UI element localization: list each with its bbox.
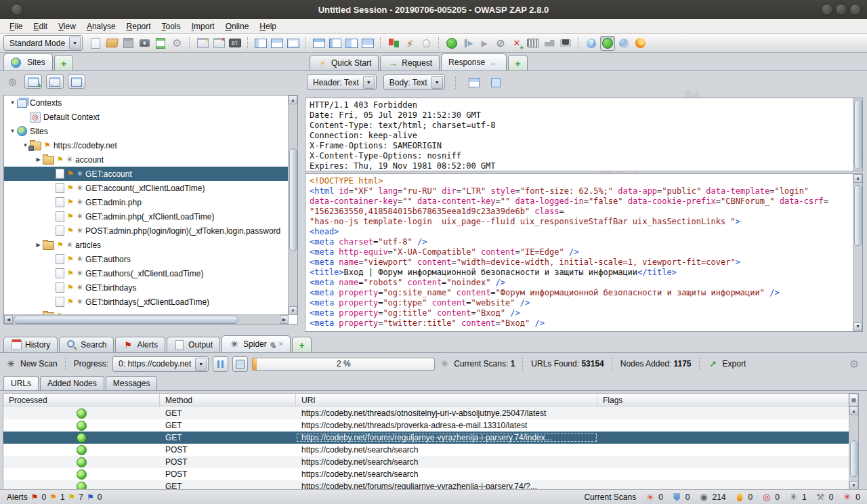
tab-alerts[interactable]: Alerts <box>115 337 165 352</box>
table-row[interactable]: POSThttps://codeby.net/search/search <box>3 456 849 468</box>
show-tabs-left-button[interactable] <box>328 36 343 51</box>
menu-file[interactable]: File <box>4 20 28 33</box>
add-bottom-tab-button[interactable]: + <box>292 337 312 352</box>
table-row[interactable]: GEThttps://codeby.net/forums/reguljarnye… <box>3 432 849 444</box>
new-scan-button[interactable]: New Scan <box>20 359 58 369</box>
tree-node[interactable]: POST:admin.php(login/login)(_xfToken,log… <box>4 224 289 238</box>
requester-button[interactable] <box>542 36 557 51</box>
cassette-button[interactable] <box>558 36 573 51</box>
alert-flag-blue-icon[interactable]: ⚑ <box>87 492 94 502</box>
tree-node[interactable]: ▶account <box>4 152 289 167</box>
tab-quick-start[interactable]: Quick Start <box>310 55 379 70</box>
step-button[interactable] <box>461 36 475 51</box>
layout-full-button[interactable] <box>286 36 301 51</box>
continue-button[interactable] <box>477 36 492 51</box>
progress-scan-select[interactable]: 0: https://codeby.net ▼ <box>112 356 209 372</box>
tree-node[interactable]: GET:admin.php(_xfClientLoadTime) <box>4 209 289 224</box>
open-browser-button[interactable] <box>633 36 648 51</box>
tab-sites[interactable]: Sites <box>3 54 53 70</box>
show-tabs-split-button[interactable] <box>344 36 359 51</box>
tree-expander[interactable]: ▶ <box>34 156 43 163</box>
minimize-button[interactable] <box>821 3 833 16</box>
show-tabs-bottom-button[interactable] <box>360 36 375 51</box>
drop-request-button[interactable] <box>509 36 524 51</box>
close-tab-icon[interactable]: ✕ <box>278 341 284 348</box>
table-row[interactable]: GEThttps://codeby.net/threads/proverka-a… <box>3 419 849 432</box>
scope-target-button[interactable] <box>600 36 615 51</box>
tree-node[interactable]: GET:birthdays <box>4 280 289 295</box>
check-updates-button[interactable] <box>402 36 417 51</box>
hud-button[interactable] <box>419 36 434 51</box>
menu-report[interactable]: Report <box>121 20 156 33</box>
target-scope-button[interactable] <box>4 75 20 88</box>
tree-node[interactable]: GET:account <box>4 167 289 181</box>
menu-help[interactable]: Help <box>254 20 282 33</box>
custom-break-button[interactable] <box>526 36 541 51</box>
combined-view-button[interactable] <box>488 75 503 90</box>
subtab-messages[interactable]: Messages <box>106 376 158 390</box>
tab-search[interactable]: Search <box>59 337 114 352</box>
subtab-urls[interactable]: URLs <box>3 376 39 390</box>
persist-session-button[interactable] <box>121 36 135 51</box>
spider-options-button[interactable] <box>847 356 862 371</box>
tab-history[interactable]: History <box>3 337 58 352</box>
pin-icon[interactable] <box>270 342 275 347</box>
open-session-button[interactable] <box>104 36 119 51</box>
layout-top-button[interactable] <box>270 36 284 51</box>
menu-import[interactable]: Import <box>186 20 220 33</box>
table-row[interactable]: POSThttps://codeby.net/search/search <box>3 468 849 480</box>
tab-spider[interactable]: Spider✕ <box>221 335 291 352</box>
export-context-button[interactable] <box>68 75 85 89</box>
import-context-button[interactable] <box>46 75 64 89</box>
generate-report-button[interactable] <box>153 36 168 51</box>
new-context-button[interactable] <box>24 75 42 89</box>
urls-table-vscrollbar[interactable]: ▲ ▼ <box>849 406 858 490</box>
sites-tree-hscrollbar[interactable]: ◀ ▶ <box>4 314 289 324</box>
table-row[interactable]: POSThttps://codeby.net/search/search <box>3 444 849 456</box>
table-row[interactable]: GEThttps://codeby.net/threads/otnositeln… <box>3 407 849 419</box>
column-picker-button[interactable]: ▦ <box>849 394 858 406</box>
tree-node[interactable]: GET:authors(_xfClientLoadTime) <box>4 266 289 280</box>
export-button[interactable]: Export <box>723 359 746 369</box>
response-body-pane[interactable]: <!DOCTYPE html><html id="XF" lang="ru-RU… <box>305 173 863 332</box>
tree-node[interactable]: ▼Sites <box>4 124 289 138</box>
add-work-tab-button[interactable]: + <box>508 55 528 70</box>
tree-expander[interactable]: ▼ <box>8 128 17 134</box>
alert-flag-red-icon[interactable]: ⚑ <box>31 492 39 502</box>
column-header-processed[interactable]: Processed <box>3 394 160 407</box>
help-button[interactable] <box>584 36 599 51</box>
options-button[interactable] <box>169 36 184 51</box>
tree-node[interactable]: GET:authors <box>4 252 289 266</box>
menu-analyse[interactable]: Analyse <box>81 20 121 33</box>
split-view-button[interactable] <box>467 75 482 90</box>
show-tabs-top-button[interactable] <box>312 36 326 51</box>
session-properties-button[interactable] <box>195 36 210 51</box>
new-session-button[interactable] <box>88 36 103 51</box>
response-header-pane[interactable]: HTTP/1.1 403 ForbiddenDate: Fri, 05 Jul … <box>305 98 863 171</box>
tree-node[interactable]: GET:account(_xfClientLoadTime) <box>4 181 289 195</box>
menu-edit[interactable]: Edit <box>28 20 53 33</box>
subtab-added-nodes[interactable]: Added Nodes <box>40 376 104 390</box>
break-off-button[interactable] <box>493 36 508 51</box>
menu-online[interactable]: Online <box>220 20 255 33</box>
column-header-uri[interactable]: URI <box>296 394 597 407</box>
stop-scan-button[interactable] <box>232 356 248 372</box>
maximize-button[interactable] <box>835 3 847 16</box>
column-header-flags[interactable]: Flags <box>597 394 849 407</box>
tab-response[interactable]: Response <box>441 54 507 70</box>
add-sites-tab-button[interactable]: + <box>54 55 74 70</box>
mode-select[interactable]: Standard Mode ▼ <box>3 35 83 51</box>
header-view-select[interactable]: Header: Text ▼ <box>307 75 377 90</box>
tab-output[interactable]: Output <box>167 337 220 352</box>
tree-expander[interactable]: ▶ <box>34 242 43 248</box>
pause-scan-button[interactable] <box>213 356 228 372</box>
menu-view[interactable]: View <box>53 20 81 33</box>
tree-node[interactable]: ▶articles <box>4 238 289 252</box>
community-button[interactable] <box>616 36 631 51</box>
tree-node[interactable]: GET:birthdays(_xfClientLoadTime) <box>4 295 289 309</box>
tree-node[interactable]: Default Context <box>4 110 289 124</box>
sites-tree-vscrollbar[interactable]: ▲ ▼ <box>288 96 297 315</box>
close-button[interactable] <box>849 3 862 16</box>
column-header-method[interactable]: Method <box>160 394 296 407</box>
tree-node[interactable]: ▼Contexts <box>4 96 289 110</box>
